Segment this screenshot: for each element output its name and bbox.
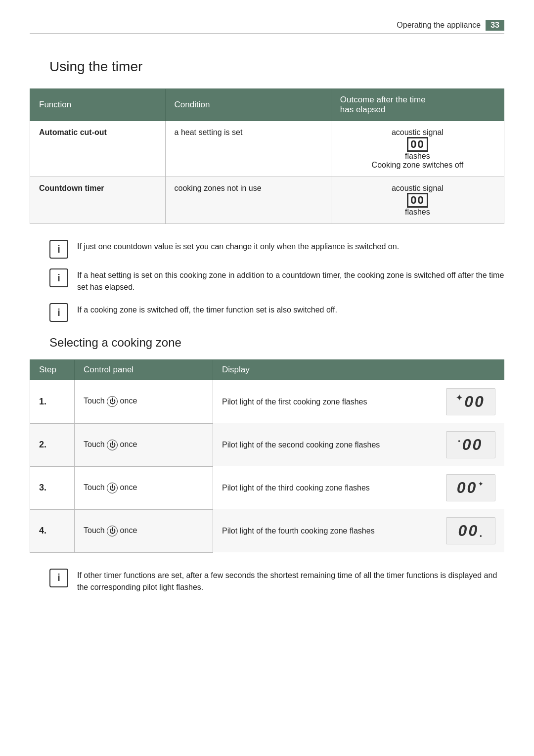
timer-icon-2: ⏻ bbox=[107, 440, 118, 450]
page-number: 33 bbox=[486, 20, 504, 31]
info-text-4: If other timer functions are set, after … bbox=[77, 568, 504, 593]
timer-icon-3: ⏻ bbox=[107, 483, 118, 493]
step-1: 1. bbox=[30, 380, 75, 424]
display-text-2: Pilot light of the second cooking zone f… bbox=[222, 439, 436, 451]
display-2: Pilot light of the second cooking zone f… bbox=[213, 423, 504, 466]
info-letter-2: i bbox=[57, 272, 60, 284]
display-graphic-3: 00✦ bbox=[446, 474, 495, 501]
table-row: 2. Touch ⏻ once Pilot light of the secon… bbox=[30, 423, 504, 466]
outcome-cell-2: acoustic signal 00 flashes bbox=[331, 177, 504, 224]
table-row: Countdown timer cooking zones not in use… bbox=[30, 177, 504, 224]
step-2: 2. bbox=[30, 423, 75, 466]
col-control-panel: Control panel bbox=[75, 360, 213, 380]
step-4: 4. bbox=[30, 509, 75, 552]
outcome-cell-1: acoustic signal 00 flashesCooking zone s… bbox=[331, 121, 504, 177]
info-block-4: i If other timer functions are set, afte… bbox=[49, 568, 504, 593]
info-letter-1: i bbox=[57, 244, 60, 255]
display-4: Pilot light of the fourth cooking zone f… bbox=[213, 509, 504, 552]
page-container: Operating the appliance 33 Using the tim… bbox=[0, 0, 534, 632]
control-4: Touch ⏻ once bbox=[75, 509, 213, 552]
display-3: Pilot light of the third cooking zone fl… bbox=[213, 466, 504, 509]
info-icon-4: i bbox=[49, 569, 68, 587]
col-step: Step bbox=[30, 360, 75, 380]
function-cell-1: Automatic cut-out bbox=[30, 121, 166, 177]
table-row: Automatic cut-out a heat setting is set … bbox=[30, 121, 504, 177]
control-3: Touch ⏻ once bbox=[75, 466, 213, 509]
display-graphic-4: 00• bbox=[446, 517, 495, 544]
header-label: Operating the appliance bbox=[397, 21, 481, 30]
info-text-1: If just one countdown value is set you c… bbox=[77, 239, 399, 253]
display-graphic-2: •00 bbox=[446, 431, 495, 458]
cooking-zone-section: Selecting a cooking zone Step Control pa… bbox=[30, 336, 504, 593]
info-letter-3: i bbox=[57, 307, 60, 318]
info-icon-3: i bbox=[49, 303, 68, 322]
pilot-dot-3: ✦ bbox=[478, 481, 484, 488]
info-block-3: i If a cooking zone is switched off, the… bbox=[49, 302, 504, 322]
timer-section: Using the timer Function Condition Outco… bbox=[30, 59, 504, 322]
display-text-3: Pilot light of the third cooking zone fl… bbox=[222, 482, 436, 494]
step-3: 3. bbox=[30, 466, 75, 509]
timer-icon-4: ⏻ bbox=[107, 526, 118, 536]
table-row: 3. Touch ⏻ once Pilot light of the third… bbox=[30, 466, 504, 509]
page-header: Operating the appliance 33 bbox=[30, 20, 504, 34]
condition-cell-1: a heat setting is set bbox=[165, 121, 331, 177]
control-2: Touch ⏻ once bbox=[75, 423, 213, 466]
display-1: Pilot light of the first cooking zone fl… bbox=[213, 380, 504, 423]
timer-icon-1: ⏻ bbox=[107, 396, 118, 407]
outcome-symbol-2: 00 bbox=[407, 193, 428, 208]
info-letter-4: i bbox=[57, 572, 60, 583]
table-row: 1. Touch ⏻ once Pilot light of the first… bbox=[30, 380, 504, 424]
info-block-1: i If just one countdown value is set you… bbox=[49, 239, 504, 259]
timer-table: Function Condition Outcome after the tim… bbox=[30, 89, 504, 224]
control-1: Touch ⏻ once bbox=[75, 380, 213, 424]
pilot-dot-1: ✦ bbox=[456, 393, 463, 402]
info-block-2: i If a heat setting is set on this cooki… bbox=[49, 267, 504, 293]
display-graphic-1: ✦00 bbox=[446, 388, 495, 415]
condition-cell-2: cooking zones not in use bbox=[165, 177, 331, 224]
col-display: Display bbox=[213, 360, 504, 380]
function-cell-2: Countdown timer bbox=[30, 177, 166, 224]
timer-section-title: Using the timer bbox=[49, 59, 504, 75]
info-text-3: If a cooking zone is switched off, the t… bbox=[77, 302, 337, 316]
info-icon-2: i bbox=[49, 268, 68, 287]
pilot-dot-2: • bbox=[458, 438, 461, 445]
col-outcome: Outcome after the timehas elapsed bbox=[331, 89, 504, 121]
col-condition: Condition bbox=[165, 89, 331, 121]
steps-table: Step Control panel Display 1. Touch ⏻ on… bbox=[30, 359, 504, 553]
table-row: 4. Touch ⏻ once Pilot light of the fourt… bbox=[30, 509, 504, 552]
info-text-2: If a heat setting is set on this cooking… bbox=[77, 267, 504, 293]
col-function: Function bbox=[30, 89, 166, 121]
pilot-dot-4: • bbox=[480, 533, 483, 539]
info-icon-1: i bbox=[49, 240, 68, 259]
cooking-zone-title: Selecting a cooking zone bbox=[49, 336, 504, 350]
outcome-symbol-1: 00 bbox=[407, 137, 428, 152]
display-text-1: Pilot light of the first cooking zone fl… bbox=[222, 396, 436, 408]
display-text-4: Pilot light of the fourth cooking zone f… bbox=[222, 525, 436, 537]
